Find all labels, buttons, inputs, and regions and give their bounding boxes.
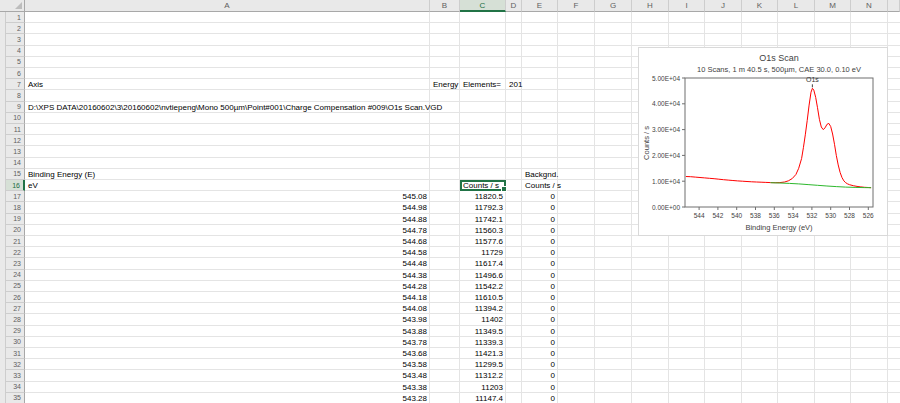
cell-E31[interactable]: 0 xyxy=(522,348,558,359)
column-header-L[interactable]: L xyxy=(778,0,815,12)
cell-C16[interactable]: Counts / s xyxy=(460,180,506,191)
row-header-34[interactable]: 34 xyxy=(6,382,25,393)
row-header-29[interactable]: 29 xyxy=(6,326,25,337)
cell-C23[interactable]: 11617.4 xyxy=(460,258,506,269)
cell-A35[interactable]: 543.28 xyxy=(25,393,430,403)
cell-C20[interactable]: 11560.3 xyxy=(460,225,506,236)
column-header-C[interactable]: C xyxy=(460,0,506,12)
cell-C29[interactable]: 11349.5 xyxy=(460,326,506,337)
cell-B7[interactable]: Energy xyxy=(430,79,460,90)
row-header-24[interactable]: 24 xyxy=(6,270,25,281)
cell-C33[interactable]: 11312.2 xyxy=(460,370,506,381)
cell-C24[interactable]: 11496.6 xyxy=(460,270,506,281)
row-header-3[interactable]: 3 xyxy=(6,34,25,45)
cell-A34[interactable]: 543.38 xyxy=(25,382,430,393)
column-header-partial[interactable] xyxy=(888,0,900,12)
cell-E33[interactable]: 0 xyxy=(522,370,558,381)
cell-C28[interactable]: 11402 xyxy=(460,314,506,325)
row-header-15[interactable]: 15 xyxy=(6,169,25,180)
cell-E20[interactable]: 0 xyxy=(522,225,558,236)
cell-C32[interactable]: 11299.5 xyxy=(460,359,506,370)
cell-A16[interactable]: eV xyxy=(25,180,430,191)
cell-E30[interactable]: 0 xyxy=(522,337,558,348)
cell-A28[interactable]: 543.98 xyxy=(25,314,430,325)
cell-C34[interactable]: 11203 xyxy=(460,382,506,393)
cell-E32[interactable]: 0 xyxy=(522,359,558,370)
cell-C22[interactable]: 11729 xyxy=(460,247,506,258)
embedded-chart[interactable]: O1s Scan 10 Scans, 1 m 40.5 s, 500µm, CA… xyxy=(638,47,888,236)
select-all-corner[interactable] xyxy=(0,0,25,12)
cell-A21[interactable]: 544.68 xyxy=(25,236,430,247)
row-header-27[interactable]: 27 xyxy=(6,303,25,314)
column-header-N[interactable]: N xyxy=(851,0,888,12)
cell-C17[interactable]: 11820.5 xyxy=(460,191,506,202)
row-header-14[interactable]: 14 xyxy=(6,158,25,169)
row-header-8[interactable]: 8 xyxy=(6,90,25,101)
row-header-2[interactable]: 2 xyxy=(6,23,25,34)
cell-A7[interactable]: Axis xyxy=(25,79,430,90)
cell-A33[interactable]: 543.48 xyxy=(25,370,430,381)
row-header-35[interactable]: 35 xyxy=(6,393,25,403)
row-header-12[interactable]: 12 xyxy=(6,135,25,146)
cell-C21[interactable]: 11577.6 xyxy=(460,236,506,247)
cell-E22[interactable]: 0 xyxy=(522,247,558,258)
cell-A26[interactable]: 544.18 xyxy=(25,292,430,303)
cell-A15[interactable]: Binding Energy (E) xyxy=(25,169,430,180)
cell-A27[interactable]: 544.08 xyxy=(25,303,430,314)
cell-E15[interactable]: Backgnd. xyxy=(522,169,558,180)
column-header-J[interactable]: J xyxy=(705,0,742,12)
row-header-9[interactable]: 9 xyxy=(6,102,25,113)
row-header-10[interactable]: 10 xyxy=(6,113,25,124)
row-header-16[interactable]: 16 xyxy=(6,180,25,191)
cell-E16[interactable]: Counts / s xyxy=(522,180,558,191)
cell-C25[interactable]: 11542.2 xyxy=(460,281,506,292)
column-header-H[interactable]: H xyxy=(632,0,669,12)
row-header-32[interactable]: 32 xyxy=(6,359,25,370)
column-header-E[interactable]: E xyxy=(522,0,558,12)
cell-E28[interactable]: 0 xyxy=(522,314,558,325)
cell-C7[interactable]: Elements= xyxy=(460,79,506,90)
cell-A20[interactable]: 544.78 xyxy=(25,225,430,236)
column-header-B[interactable]: B xyxy=(430,0,460,12)
cell-E35[interactable]: 0 xyxy=(522,393,558,403)
cell-E23[interactable]: 0 xyxy=(522,258,558,269)
cell-A24[interactable]: 544.38 xyxy=(25,270,430,281)
column-header-I[interactable]: I xyxy=(669,0,705,12)
cell-C18[interactable]: 11792.3 xyxy=(460,202,506,213)
cell-D7[interactable]: 201 xyxy=(506,79,522,90)
cell-E17[interactable]: 0 xyxy=(522,191,558,202)
column-header-F[interactable]: F xyxy=(558,0,595,12)
row-header-11[interactable]: 11 xyxy=(6,124,25,135)
row-header-4[interactable]: 4 xyxy=(6,46,25,57)
row-header-30[interactable]: 30 xyxy=(6,337,25,348)
cell-C35[interactable]: 11147.4 xyxy=(460,393,506,403)
cell-C31[interactable]: 11421.3 xyxy=(460,348,506,359)
cell-E25[interactable]: 0 xyxy=(522,281,558,292)
cell-E19[interactable]: 0 xyxy=(522,214,558,225)
row-header-28[interactable]: 28 xyxy=(6,314,25,325)
row-header-21[interactable]: 21 xyxy=(6,236,25,247)
cell-C30[interactable]: 11339.3 xyxy=(460,337,506,348)
cell-A29[interactable]: 543.88 xyxy=(25,326,430,337)
cell-E29[interactable]: 0 xyxy=(522,326,558,337)
cell-A9[interactable]: D:\XPS DATA\20160602\3\20160602\nvtiepen… xyxy=(25,102,430,113)
cell-A25[interactable]: 544.28 xyxy=(25,281,430,292)
cell-A31[interactable]: 543.68 xyxy=(25,348,430,359)
cell-E26[interactable]: 0 xyxy=(522,292,558,303)
cell-A30[interactable]: 543.78 xyxy=(25,337,430,348)
row-header-5[interactable]: 5 xyxy=(6,57,25,68)
row-header-18[interactable]: 18 xyxy=(6,202,25,213)
row-header-1[interactable]: 1 xyxy=(6,12,25,23)
row-header-26[interactable]: 26 xyxy=(6,292,25,303)
cell-C19[interactable]: 11742.1 xyxy=(460,214,506,225)
cell-E21[interactable]: 0 xyxy=(522,236,558,247)
column-header-D[interactable]: D xyxy=(506,0,522,12)
row-header-33[interactable]: 33 xyxy=(6,370,25,381)
cell-A17[interactable]: 545.08 xyxy=(25,191,430,202)
column-header-A[interactable]: A xyxy=(25,0,430,12)
row-header-6[interactable]: 6 xyxy=(6,68,25,79)
cell-E24[interactable]: 0 xyxy=(522,270,558,281)
row-header-20[interactable]: 20 xyxy=(6,225,25,236)
cell-E34[interactable]: 0 xyxy=(522,382,558,393)
row-header-13[interactable]: 13 xyxy=(6,146,25,157)
